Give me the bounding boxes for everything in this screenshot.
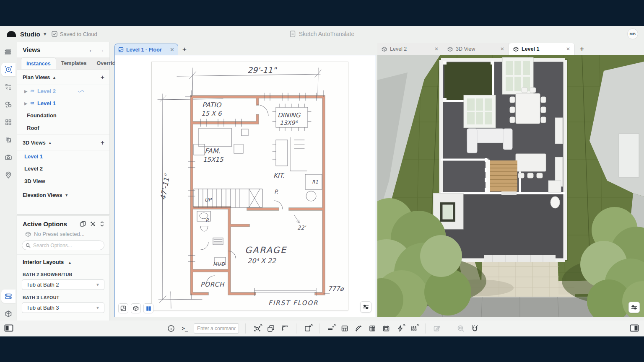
- plan-view-item-foundation[interactable]: Foundation: [17, 109, 109, 122]
- camera-icon[interactable]: [1, 151, 16, 164]
- svg-text:15X15: 15X15: [203, 156, 224, 163]
- cube-icon: [447, 47, 453, 52]
- wall-tool-icon[interactable]: [326, 323, 336, 334]
- toggle-right-panel-icon[interactable]: [630, 324, 639, 334]
- options-search[interactable]: [22, 240, 104, 250]
- svg-text:FIRST FLOOR: FIRST FLOOR: [268, 299, 318, 307]
- checkbox-checked-icon[interactable]: [52, 31, 57, 37]
- plan-mode-button[interactable]: [118, 303, 128, 313]
- expand-caret-icon[interactable]: ▶: [24, 89, 27, 93]
- avatar[interactable]: MB: [627, 28, 638, 39]
- find-lookup-icon[interactable]: [456, 323, 466, 334]
- layers-list-icon[interactable]: [1, 45, 16, 59]
- active-options-toggles-icon[interactable]: [1, 290, 16, 303]
- bath2-select[interactable]: Tub at Bath 2 ▼: [22, 279, 104, 290]
- door-tool-icon[interactable]: [367, 323, 377, 334]
- materials-icon[interactable]: [1, 133, 16, 147]
- plan-layers-icon: [30, 89, 35, 93]
- tab-level1-floor[interactable]: Level 1 - Floor ✕: [114, 44, 178, 55]
- collapse-icon[interactable]: [90, 221, 96, 227]
- select-tool-icon[interactable]: [252, 323, 262, 334]
- duplicate-tool-icon[interactable]: [266, 323, 276, 334]
- split-view-button[interactable]: [143, 303, 153, 313]
- interior-layouts-header[interactable]: Interior Layouts ▲: [17, 254, 109, 268]
- elevation-views-header[interactable]: Elevation Views ▼: [17, 188, 109, 202]
- model-mode-button[interactable]: [131, 303, 141, 313]
- chevron-down-icon: ▼: [96, 282, 100, 287]
- close-icon[interactable]: ✕: [500, 46, 504, 52]
- arc-wall-tool-icon[interactable]: [353, 323, 364, 334]
- plan-view-item-level2[interactable]: ▶ Level 2: [17, 85, 109, 97]
- view-settings-button[interactable]: [628, 302, 640, 313]
- add-3d-view-button[interactable]: +: [101, 139, 104, 147]
- 3d-view-item-3dview[interactable]: 3D View: [17, 175, 109, 188]
- plan-view-item-roof[interactable]: Roof: [17, 122, 109, 135]
- window-tool-icon[interactable]: [340, 323, 350, 334]
- variables-icon[interactable]: [1, 80, 16, 94]
- command-input[interactable]: [194, 323, 239, 334]
- apps-grid-icon[interactable]: [1, 116, 16, 129]
- close-icon[interactable]: ✕: [434, 46, 439, 52]
- collapse-caret-icon: ▲: [52, 75, 56, 80]
- 3d-view-item-level1[interactable]: Level 1: [17, 150, 109, 163]
- preset-cube-icon: [25, 231, 31, 237]
- new-tab-button[interactable]: +: [182, 45, 187, 54]
- measure-tool-icon[interactable]: [280, 323, 290, 334]
- auto-tool-icon[interactable]: [395, 323, 405, 334]
- tab-templates[interactable]: Templates: [56, 57, 92, 69]
- svg-text:R1: R1: [312, 179, 318, 185]
- duplicate-icon[interactable]: [80, 221, 86, 227]
- expand-caret-icon[interactable]: ▶: [24, 101, 27, 106]
- tab-level2-3d[interactable]: Level 2 ✕: [377, 43, 443, 55]
- toggle-left-panel-icon[interactable]: [4, 324, 13, 334]
- floorplan-tab-icon: [118, 47, 124, 52]
- saved-status-label: Saved to Cloud: [60, 31, 97, 37]
- array-tool-icon[interactable]: [409, 323, 419, 334]
- app-window: Studio ▼ Saved to Cloud Sketch AutoTrans…: [0, 0, 644, 362]
- svg-text:PATIO: PATIO: [202, 101, 222, 109]
- add-plan-view-button[interactable]: +: [101, 74, 104, 81]
- info-icon[interactable]: [166, 323, 176, 334]
- close-icon[interactable]: ✕: [170, 47, 174, 53]
- back-arrow-icon[interactable]: ←: [88, 47, 94, 53]
- tab-level1-3d[interactable]: Level 1 ✕: [509, 43, 575, 55]
- chevron-down-icon[interactable]: ▼: [43, 31, 47, 36]
- 3d-view-item-level2[interactable]: Level 2: [17, 163, 109, 175]
- tab-instances[interactable]: Instances: [21, 57, 56, 69]
- studio-logo-icon: [6, 30, 17, 38]
- plan-views-header[interactable]: Plan Views ▲ +: [17, 70, 109, 85]
- view-settings-button[interactable]: [360, 301, 371, 313]
- close-icon[interactable]: ✕: [566, 46, 570, 52]
- floorplan-canvas[interactable]: 29'-11" 47'-11" PATIO 15 X 6 DINING 13X9…: [114, 55, 376, 317]
- document-icon: [290, 31, 296, 37]
- shapes-group-icon[interactable]: [1, 98, 16, 111]
- floorplan-sketch: 29'-11" 47'-11" PATIO 15 X 6 DINING 13X9…: [152, 62, 349, 311]
- new-tab-button[interactable]: +: [580, 45, 584, 53]
- location-pin-icon[interactable]: [1, 168, 16, 182]
- cabinet-tool-icon[interactable]: [381, 323, 391, 334]
- edit-share-icon[interactable]: [432, 323, 442, 334]
- room-tool-icon[interactable]: [303, 323, 313, 334]
- cube-icon: [513, 47, 519, 52]
- cube-icon: [382, 47, 387, 52]
- bath3-select[interactable]: Tub at Bath 3 ▼: [22, 303, 104, 313]
- views-clock-icon[interactable]: [1, 63, 16, 76]
- plan-view-item-level1[interactable]: ▶ Level 1: [17, 97, 109, 109]
- tab-3dview[interactable]: 3D View ✕: [443, 43, 509, 55]
- bottom-chrome-bar: [0, 336, 644, 362]
- preset-status: No Preset selected...: [17, 230, 109, 240]
- sort-icon[interactable]: [100, 221, 104, 227]
- options-search-input[interactable]: [33, 243, 96, 248]
- left-icon-rail: [0, 42, 17, 321]
- snap-magnet-icon[interactable]: [470, 323, 480, 334]
- views-panel: Views ← → Instances Templates Overrides …: [17, 42, 110, 215]
- forward-arrow-icon[interactable]: →: [99, 47, 104, 53]
- 3d-viewport[interactable]: [377, 55, 644, 317]
- command-prompt-icon[interactable]: >_: [180, 323, 190, 334]
- svg-text:PORCH: PORCH: [200, 281, 225, 288]
- svg-text:29'-11": 29'-11": [247, 65, 277, 75]
- active-options-title: Active Options: [23, 220, 80, 228]
- model-cube-icon[interactable]: [1, 307, 16, 321]
- svg-text:FAM.: FAM.: [205, 147, 221, 155]
- 3d-views-header[interactable]: 3D Views ▲ +: [17, 135, 109, 150]
